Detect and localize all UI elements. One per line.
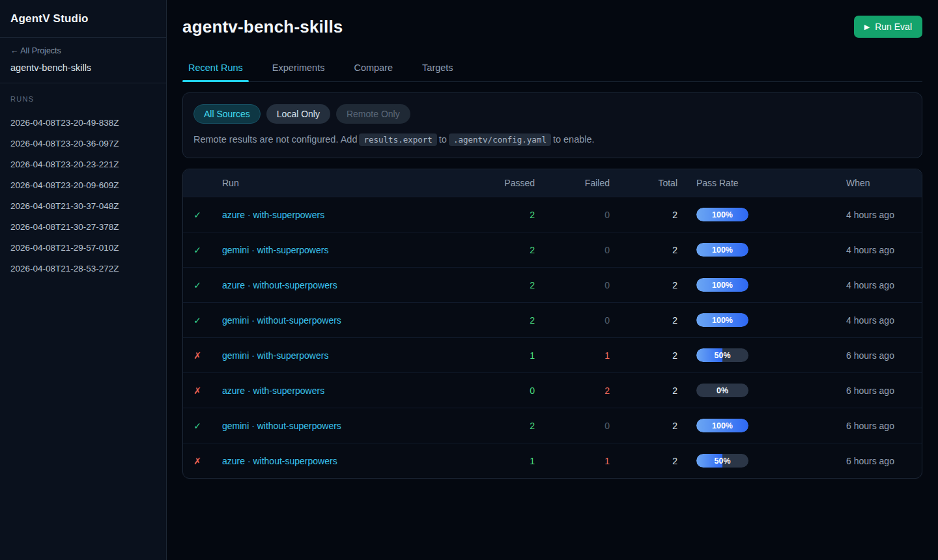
- failed-count: 0: [604, 315, 610, 326]
- col-when: When: [814, 169, 922, 197]
- tab-compare[interactable]: Compare: [348, 56, 399, 81]
- run-link[interactable]: azure · without-superpowers: [222, 456, 337, 466]
- runs-section-label: RUNS: [10, 95, 156, 103]
- tab-targets[interactable]: Targets: [416, 56, 459, 81]
- col-run: Run: [212, 169, 450, 197]
- table-row[interactable]: ✗ azure · without-superpowers 1 1 2 50% …: [183, 443, 922, 479]
- pass-rate-label: 100%: [712, 245, 733, 255]
- table-row[interactable]: ✓ azure · with-superpowers 2 0 2 100% 4 …: [183, 197, 922, 232]
- source-filter-chips: All Sources Local Only Remote Only: [193, 104, 911, 124]
- play-icon: ▶: [864, 23, 870, 31]
- run-link[interactable]: gemini · with-superpowers: [222, 350, 328, 361]
- runs-table-card: Run Passed Failed Total Pass Rate When ✓…: [182, 169, 922, 479]
- sidebar: AgentV Studio ← All Projects agentv-benc…: [0, 0, 167, 560]
- when-label: 6 hours ago: [846, 350, 894, 361]
- sidebar-project-name: agentv-bench-skills: [10, 63, 156, 73]
- passed-count: 1: [530, 350, 535, 361]
- page-title: agentv-bench-skills: [182, 17, 343, 37]
- sidebar-run-item[interactable]: 2026-04-08T21-30-37-048Z: [10, 195, 156, 216]
- passed-count: 2: [530, 210, 535, 220]
- passed-count: 2: [530, 245, 535, 255]
- status-icon: ✓: [193, 245, 201, 255]
- tab-experiments[interactable]: Experiments: [266, 56, 331, 81]
- when-label: 4 hours ago: [846, 245, 894, 255]
- app-title: AgentV Studio: [10, 12, 156, 25]
- when-label: 6 hours ago: [846, 421, 894, 431]
- run-link[interactable]: azure · without-superpowers: [222, 280, 337, 290]
- sidebar-run-item[interactable]: 2026-04-08T21-29-57-010Z: [10, 237, 156, 258]
- when-label: 6 hours ago: [846, 385, 894, 396]
- note-suffix: to enable.: [553, 134, 595, 145]
- filter-all-sources[interactable]: All Sources: [193, 104, 261, 124]
- table-row[interactable]: ✗ gemini · with-superpowers 1 1 2 50% 6 …: [183, 338, 922, 373]
- pass-rate-label: 100%: [712, 210, 733, 219]
- status-icon: ✓: [193, 421, 201, 431]
- failed-count: 0: [604, 210, 610, 220]
- pass-rate-label: 0%: [717, 386, 728, 395]
- failed-count: 2: [604, 385, 610, 396]
- table-row[interactable]: ✓ azure · without-superpowers 2 0 2 100%…: [183, 268, 922, 303]
- table-row[interactable]: ✓ gemini · with-superpowers 2 0 2 100% 4…: [183, 232, 922, 268]
- passed-count: 2: [530, 280, 535, 290]
- filter-remote-only: Remote Only: [336, 104, 410, 124]
- pass-rate-badge: 100%: [696, 313, 748, 327]
- code-results-export: results.export: [359, 133, 436, 146]
- col-status: [183, 169, 212, 197]
- run-eval-button[interactable]: ▶ Run Eval: [854, 16, 922, 38]
- all-projects-link[interactable]: ← All Projects: [10, 46, 156, 55]
- pass-rate-label: 50%: [714, 456, 730, 466]
- sidebar-run-item[interactable]: 2026-04-08T23-20-23-221Z: [10, 154, 156, 175]
- col-passed: Passed: [450, 169, 535, 197]
- pass-rate-label: 100%: [712, 316, 733, 325]
- remote-config-note: Remote results are not configured. Addre…: [193, 134, 911, 145]
- pass-rate-badge: 0%: [696, 384, 748, 397]
- run-link[interactable]: gemini · without-superpowers: [222, 315, 341, 326]
- pass-rate-badge: 100%: [696, 208, 748, 221]
- pass-rate-label: 100%: [712, 421, 733, 430]
- col-pass-rate: Pass Rate: [677, 169, 814, 197]
- sidebar-run-item[interactable]: 2026-04-08T23-20-09-609Z: [10, 175, 156, 195]
- source-filters-card: All Sources Local Only Remote Only Remot…: [182, 92, 922, 158]
- runs-table: Run Passed Failed Total Pass Rate When ✓…: [183, 169, 922, 478]
- table-row[interactable]: ✓ gemini · without-superpowers 2 0 2 100…: [183, 408, 922, 443]
- failed-count: 1: [604, 456, 610, 466]
- total-count: 2: [672, 350, 677, 361]
- total-count: 2: [672, 456, 677, 466]
- page-header: agentv-bench-skills ▶ Run Eval: [182, 0, 922, 38]
- table-row[interactable]: ✓ gemini · without-superpowers 2 0 2 100…: [183, 303, 922, 338]
- status-icon: ✗: [193, 385, 201, 396]
- main-content: agentv-bench-skills ▶ Run Eval Recent Ru…: [167, 0, 938, 560]
- pass-rate-badge: 100%: [696, 419, 748, 432]
- code-config-yaml: .agentv/config.yaml: [449, 133, 551, 146]
- run-link[interactable]: gemini · without-superpowers: [222, 421, 341, 431]
- col-failed: Failed: [535, 169, 610, 197]
- sidebar-runs-section: RUNS 2026-04-08T23-20-49-838Z 2026-04-08…: [0, 83, 166, 287]
- tab-recent-runs[interactable]: Recent Runs: [182, 56, 249, 81]
- total-count: 2: [672, 315, 677, 326]
- failed-count: 1: [604, 350, 610, 361]
- col-total: Total: [610, 169, 677, 197]
- when-label: 4 hours ago: [846, 315, 894, 326]
- run-link[interactable]: gemini · with-superpowers: [222, 245, 328, 255]
- when-label: 6 hours ago: [846, 456, 894, 466]
- table-row[interactable]: ✗ azure · with-superpowers 0 2 2 0% 6 ho…: [183, 373, 922, 408]
- passed-count: 0: [530, 385, 535, 396]
- pass-rate-badge: 100%: [696, 243, 748, 257]
- sidebar-run-item[interactable]: 2026-04-08T21-28-53-272Z: [10, 258, 156, 279]
- filter-local-only[interactable]: Local Only: [266, 104, 330, 124]
- run-link[interactable]: azure · with-superpowers: [222, 210, 324, 220]
- sidebar-run-item[interactable]: 2026-04-08T21-30-27-378Z: [10, 216, 156, 237]
- when-label: 4 hours ago: [846, 210, 894, 220]
- pass-rate-label: 50%: [714, 351, 730, 360]
- status-icon: ✓: [193, 210, 201, 220]
- status-icon: ✓: [193, 315, 201, 326]
- total-count: 2: [672, 280, 677, 290]
- table-header-row: Run Passed Failed Total Pass Rate When: [183, 169, 922, 197]
- tab-bar: Recent Runs Experiments Compare Targets: [182, 56, 922, 82]
- sidebar-run-item[interactable]: 2026-04-08T23-20-36-097Z: [10, 133, 156, 154]
- status-icon: ✗: [193, 350, 201, 361]
- sidebar-run-item[interactable]: 2026-04-08T23-20-49-838Z: [10, 112, 156, 133]
- pass-rate-label: 100%: [712, 281, 733, 290]
- run-link[interactable]: azure · with-superpowers: [222, 385, 324, 396]
- pass-rate-badge: 100%: [696, 278, 748, 292]
